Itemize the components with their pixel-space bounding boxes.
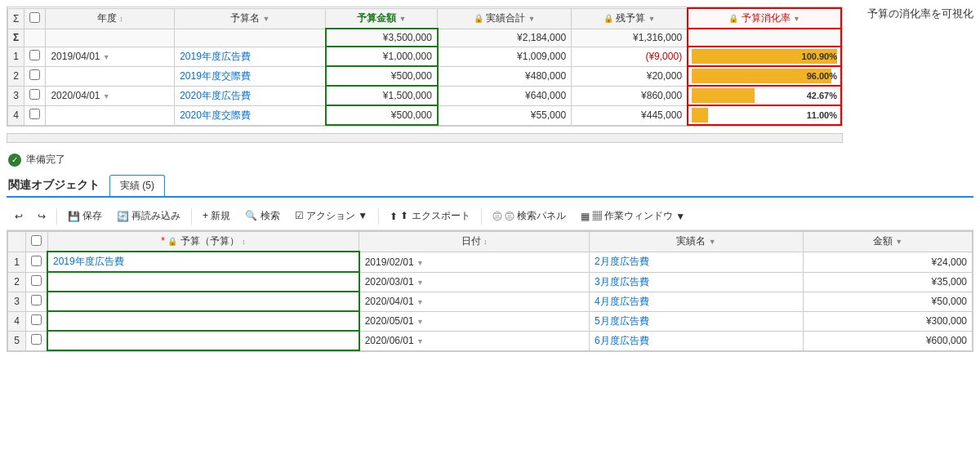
toolbar-sep-2 bbox=[191, 208, 192, 225]
bottom-checkbox-5[interactable] bbox=[31, 334, 42, 345]
row-1-name[interactable]: 2019年度広告費 bbox=[175, 47, 326, 66]
horizontal-scrollbar[interactable] bbox=[7, 133, 843, 143]
work-window-button[interactable]: ▦ ▦ 作業ウィンドウ ▼ bbox=[574, 207, 692, 225]
row-2-name[interactable]: 2019年度交際費 bbox=[175, 66, 326, 86]
save-button[interactable]: 💾 保存 bbox=[61, 207, 109, 225]
bottom-col-actual-header[interactable]: 実績名 ▼ bbox=[590, 232, 804, 252]
checkbox-3[interactable] bbox=[29, 89, 40, 100]
annotation-text: 予算の消化率を可視化 bbox=[867, 7, 973, 21]
bottom-checkbox-3[interactable] bbox=[31, 295, 42, 305]
row-4-name-link[interactable]: 2020年度交際費 bbox=[180, 109, 251, 121]
bottom-checkbox-1[interactable] bbox=[31, 256, 42, 266]
bottom-row-1-actual-link[interactable]: 2月度広告費 bbox=[595, 256, 649, 267]
rate-sort-icon: ▼ bbox=[793, 15, 800, 23]
row-num-3: 3 bbox=[8, 86, 24, 105]
table-row: 4 2020年度交際費 ¥500,000 ¥55,000 ¥445,000 11… bbox=[8, 105, 842, 125]
lock-icon-rate: 🔒 bbox=[728, 14, 738, 23]
col-rate-header[interactable]: 🔒 予算消化率 ▼ bbox=[688, 8, 841, 29]
bottom-row-5-budget[interactable] bbox=[47, 331, 359, 350]
bottom-row-4-actual-link[interactable]: 5月度広告費 bbox=[595, 315, 649, 327]
save-label: 保存 bbox=[82, 209, 102, 223]
redo-button[interactable]: ↪ bbox=[31, 208, 52, 225]
bottom-row-5-actual-link[interactable]: 6月度広告費 bbox=[595, 335, 649, 346]
checkbox-2[interactable] bbox=[29, 69, 40, 80]
row-3-name-link[interactable]: 2020年度広告費 bbox=[180, 90, 251, 101]
bottom-checkbox-2[interactable] bbox=[31, 275, 42, 286]
row-3-name[interactable]: 2020年度広告費 bbox=[175, 86, 326, 105]
required-star: * bbox=[161, 235, 165, 247]
bottom-row-4-actual[interactable]: 5月度広告費 bbox=[590, 311, 804, 331]
new-button[interactable]: + 新規 bbox=[196, 207, 237, 225]
col-year-header[interactable]: 年度 ↕ bbox=[46, 8, 175, 29]
related-tab-actual[interactable]: 実績 (5) bbox=[109, 175, 165, 196]
row-1-name-link[interactable]: 2019年度広告費 bbox=[180, 51, 251, 62]
row-4-actual: ¥55,000 bbox=[438, 105, 572, 125]
bottom-checkbox-4[interactable] bbox=[31, 314, 42, 325]
row-4-name[interactable]: 2020年度交際費 bbox=[175, 105, 326, 125]
bottom-row-1-budget[interactable]: 2019年度広告費 bbox=[47, 252, 359, 272]
row-1-checkbox[interactable] bbox=[24, 47, 46, 66]
row-1-actual: ¥1,009,000 bbox=[438, 47, 572, 66]
bottom-select-all[interactable] bbox=[31, 235, 42, 246]
bottom-row-1-checkbox[interactable] bbox=[26, 252, 48, 272]
sigma-checkbox bbox=[24, 29, 46, 47]
bottom-row-2-checkbox[interactable] bbox=[26, 272, 48, 292]
reload-label: 再読み込み bbox=[131, 209, 180, 223]
row-3-rate: 42.67% bbox=[688, 86, 841, 105]
select-all-checkbox[interactable] bbox=[29, 12, 40, 23]
undo-button[interactable]: ↩ bbox=[8, 208, 29, 225]
row-1-rate-text: 100.90% bbox=[802, 51, 837, 61]
col-budgetname-header[interactable]: 予算名 ▼ bbox=[175, 8, 326, 29]
bottom-row-2-budget[interactable] bbox=[47, 272, 359, 292]
row-4-checkbox[interactable] bbox=[24, 105, 46, 125]
related-title[interactable]: 関連オブジェクト bbox=[7, 175, 109, 196]
bottom-col-budget-header[interactable]: * 🔒 予算（予算） ↕ bbox=[47, 232, 359, 252]
bottom-row-5-actual[interactable]: 6月度広告費 bbox=[590, 331, 804, 350]
bottom-row-3-actual-link[interactable]: 4月度広告費 bbox=[595, 296, 649, 307]
col-actual-header[interactable]: 🔒 実績合計 ▼ bbox=[438, 8, 572, 29]
search-panel-button[interactable]: ㊂ ㊂ 検索パネル bbox=[486, 207, 572, 225]
toolbar: ↩ ↪ 💾 保存 🔄 再読み込み + 新規 🔍 検索 ☑ アクション ▼ ⬆ ⬆… bbox=[7, 203, 973, 230]
col-remaining-header[interactable]: 🔒 残予算 ▼ bbox=[572, 8, 688, 29]
checkbox-1[interactable] bbox=[29, 50, 40, 60]
col-checkbox-header[interactable] bbox=[24, 8, 46, 29]
bottom-row-3-budget[interactable] bbox=[47, 292, 359, 311]
reload-button[interactable]: 🔄 再読み込み bbox=[110, 207, 187, 225]
row-2-actual: ¥480,000 bbox=[438, 66, 572, 86]
bottom-col-checkbox[interactable] bbox=[26, 232, 48, 252]
row-2-name-link[interactable]: 2019年度交際費 bbox=[180, 70, 251, 82]
budgetname-sort-icon: ▼ bbox=[263, 15, 270, 23]
sigma-year bbox=[46, 29, 175, 47]
bottom-grid-container: * 🔒 予算（予算） ↕ 日付 ↕ 実績名 ▼ 金額 ▼ 1 2019年度広告費 bbox=[7, 230, 973, 352]
row-4-rate-bar bbox=[692, 108, 708, 123]
checkbox-4[interactable] bbox=[29, 109, 40, 119]
bottom-row-2-actual-link[interactable]: 3月度広告費 bbox=[595, 276, 649, 287]
toolbar-sep-1 bbox=[56, 208, 57, 225]
bottom-row-num-4: 4 bbox=[8, 311, 26, 331]
row-2-year bbox=[46, 66, 175, 86]
top-grid-container: Σ 年度 ↕ 予算名 ▼ 予算金額 ▼ 🔒 実績合計 ▼ 🔒 残予算 ▼ 🔒 予… bbox=[7, 7, 843, 127]
actualname-sort-icon: ▼ bbox=[709, 238, 716, 246]
row-3-rate-text: 42.67% bbox=[807, 91, 837, 100]
bottom-row-3-checkbox[interactable] bbox=[26, 292, 48, 311]
row-4-rate-bar-container: 11.00% bbox=[692, 108, 837, 123]
bottom-row-4-budget[interactable] bbox=[47, 311, 359, 331]
export-button[interactable]: ⬆ ⬆ エクスポート bbox=[383, 207, 476, 225]
bottom-row-4-checkbox[interactable] bbox=[26, 311, 48, 331]
export-label: ⬆ エクスポート bbox=[400, 209, 470, 223]
row-1-year: 2019/04/01 ▼ bbox=[46, 47, 175, 66]
bottom-row-5-checkbox[interactable] bbox=[26, 331, 48, 350]
bottom-row-1-budget-link[interactable]: 2019年度広告費 bbox=[53, 256, 124, 267]
export-icon: ⬆ bbox=[390, 211, 398, 222]
search-button[interactable]: 🔍 検索 bbox=[238, 207, 286, 225]
row-2-checkbox[interactable] bbox=[24, 66, 46, 86]
bottom-row-1-actual[interactable]: 2月度広告費 bbox=[590, 252, 804, 272]
row-4-budget-amount: ¥500,000 bbox=[326, 105, 438, 125]
bottom-col-amount-header[interactable]: 金額 ▼ bbox=[803, 232, 972, 252]
row-3-checkbox[interactable] bbox=[24, 86, 46, 105]
bottom-row-2-actual[interactable]: 3月度広告費 bbox=[590, 272, 804, 292]
bottom-row-3-actual[interactable]: 4月度広告費 bbox=[590, 292, 804, 311]
col-budgetamount-header[interactable]: 予算金額 ▼ bbox=[326, 8, 438, 29]
bottom-col-date-header[interactable]: 日付 ↕ bbox=[359, 232, 590, 252]
action-button[interactable]: ☑ アクション ▼ bbox=[288, 207, 375, 225]
